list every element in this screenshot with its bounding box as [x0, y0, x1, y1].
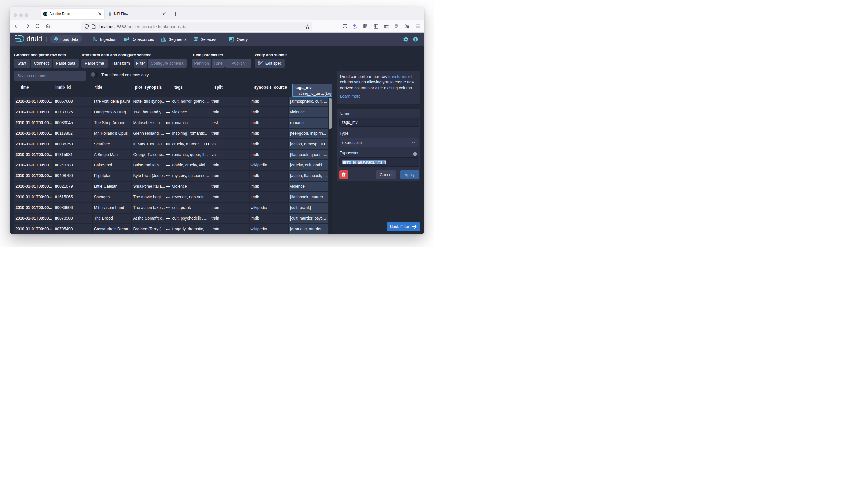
- svg-text:?: ?: [414, 37, 416, 41]
- svg-text:LO: LO: [396, 25, 398, 27]
